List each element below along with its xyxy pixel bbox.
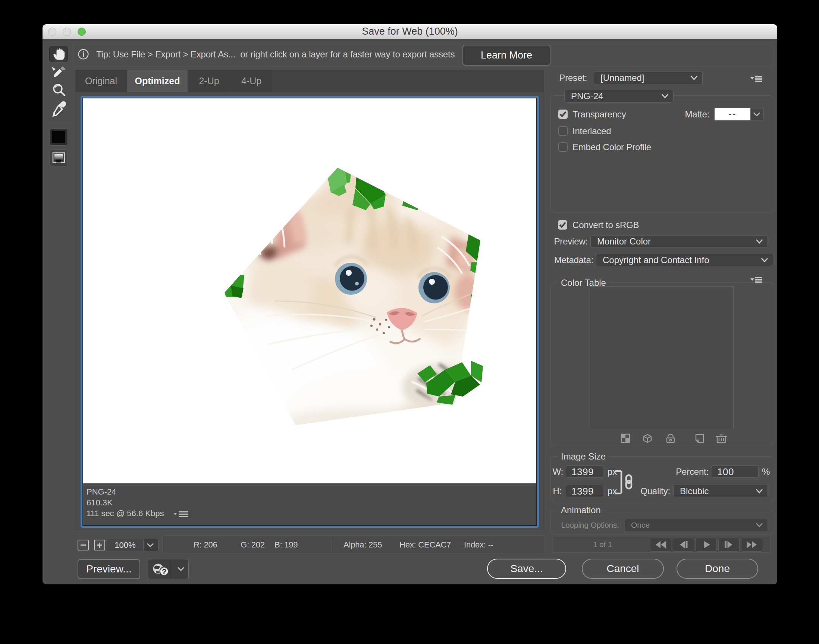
svg-text:?: ? bbox=[162, 567, 166, 576]
